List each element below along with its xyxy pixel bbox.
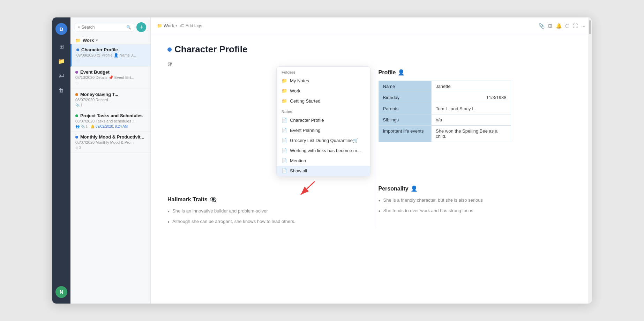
search-icon: 🔍 — [126, 25, 131, 30]
note-dot — [75, 71, 78, 74]
at-mention-area: @ — [167, 61, 575, 66]
sidebar-item-grid[interactable]: ⊞ — [55, 40, 67, 52]
list-item: She is an innovative builder and problem… — [167, 208, 364, 215]
table-cell-label: Siblings — [379, 114, 432, 126]
search-box[interactable]: ≡ 🔍 — [75, 23, 134, 31]
note-meta: 08/07/2020 Tasks and schedules ... — [75, 119, 145, 123]
dropdown-item-work[interactable]: 📁 Work — [277, 86, 370, 96]
scrollbar-thumb — [589, 20, 591, 34]
sidebar-item-folder[interactable]: 📁 — [55, 55, 67, 67]
note-title-text: Character Profile — [81, 47, 118, 52]
more-toolbar-icon[interactable]: ··· — [581, 23, 585, 29]
note-item-money-saving[interactable]: Money-Saving T... 08/07/2020 Record... 📎… — [70, 89, 150, 110]
bell-toolbar-icon[interactable]: 🔔 — [556, 23, 562, 29]
table-cell-label: Name — [379, 81, 432, 92]
table-row: Name Janette — [379, 81, 511, 92]
profile-heading: Profile 👤 — [379, 69, 575, 76]
note-item-project-tasks[interactable]: Project Tasks and Schedules 08/07/2020 T… — [70, 110, 150, 132]
hallmark-traits-list: She is an innovative builder and problem… — [167, 208, 364, 225]
dropdown-item-note-character-profile[interactable]: 📄 Character Profile — [277, 115, 370, 125]
personality-heading: Personality 👤 — [379, 185, 575, 192]
note-icon: 📄 — [282, 118, 287, 123]
table-cell-value: n/a — [432, 114, 511, 126]
dropdown-item-label: My Notes — [290, 78, 309, 83]
list-item: Although she can be arrogant, she knows … — [167, 218, 364, 225]
dropdown-item-label: Grocery List During Quarantine🛒 — [290, 138, 358, 143]
mention-dropdown: Folders 📁 My Notes 📁 Work 📁 Getting Star… — [276, 66, 370, 176]
hallmark-traits-section: Hallmark Traits 👁‍🗨 She is an innovative… — [167, 196, 364, 225]
note-title-main: Character Profile — [167, 44, 575, 55]
table-row: Birthday 11/3/1988 — [379, 92, 511, 103]
heart-icon: ♡ — [75, 81, 79, 86]
add-tags-button[interactable]: 🏷 Add tags — [180, 23, 202, 28]
note-item-event-budget[interactable]: Event Budget 08/13/2020 Details 📌 Event … — [70, 67, 150, 89]
dropdown-item-note-mention[interactable]: 📄 Mention — [277, 156, 370, 166]
search-input[interactable] — [81, 25, 125, 30]
breadcrumb-folder-icon: 📁 — [157, 23, 162, 28]
view-count: ⊞ 3 — [75, 146, 81, 150]
fullscreen-toolbar-icon[interactable]: ⛶ — [573, 23, 578, 29]
folder-icon: 📁 — [282, 78, 287, 83]
at-symbol: @ — [167, 61, 172, 66]
note-item-character-profile[interactable]: Character Profile 09/09/2020 @ Profile 👤… — [70, 44, 150, 67]
add-tags-label: Add tags — [186, 23, 202, 28]
note-title-text: Money-Saving T... — [80, 92, 118, 97]
dropdown-item-note-grocery[interactable]: 📄 Grocery List During Quarantine🛒 — [277, 135, 370, 145]
note-dot — [75, 136, 78, 139]
note-meta: 09/09/2020 @ Profile 👤 Name J... — [76, 53, 145, 58]
content-columns: Hallmark Traits 👁‍🗨 She is an innovative… — [167, 69, 575, 228]
table-cell-value: 11/3/1988 — [432, 92, 511, 103]
note-icon: 📄 — [282, 168, 287, 173]
folders-section-label: Folders — [277, 67, 370, 76]
dropdown-item-label: Mention — [290, 158, 306, 163]
folder-icon: 📁 — [75, 38, 81, 43]
table-row: Parents Tom L. and Stacy L. — [379, 103, 511, 114]
profile-label: Profile — [379, 69, 396, 76]
notesnook-icon[interactable]: N — [55, 286, 67, 298]
folder-label[interactable]: 📁 Work ▾ — [70, 35, 150, 44]
sidebar-item-trash[interactable]: 🗑 — [55, 84, 67, 96]
note-icon: 📄 — [282, 138, 287, 143]
reminder-text: 🔔 09/02/2020, 9:24 AM — [90, 125, 128, 128]
dropdown-item-note-event-planning[interactable]: 📄 Event Planning — [277, 125, 370, 135]
breadcrumb-folder-name[interactable]: Work — [164, 23, 174, 28]
tag-icon: 🏷 — [180, 23, 184, 28]
dropdown-item-show-all[interactable]: 📄 Show all — [277, 166, 370, 176]
share-toolbar-icon[interactable]: ⬡ — [565, 23, 569, 29]
dropdown-item-my-notes[interactable]: 📁 My Notes — [277, 76, 370, 86]
hallmark-traits-label: Hallmark Traits — [167, 196, 208, 203]
table-cell-label: Parents — [379, 103, 432, 114]
folder-name-label: Work — [83, 38, 94, 43]
hallmark-traits-icon: 👁‍🗨 — [210, 196, 217, 203]
breadcrumb: 📁 Work ▾ — [157, 23, 177, 28]
main-area: 📁 Work ▾ 🏷 Add tags 📎 ⊞ 🔔 ⬡ ⛶ ··· — [151, 17, 592, 304]
dropdown-item-label: Working with links has become m... — [290, 148, 361, 153]
notes-section-label: Notes — [277, 106, 370, 115]
personality-label: Personality — [379, 186, 409, 192]
note-icon: 📄 — [282, 148, 287, 153]
personality-icon: 👤 — [411, 185, 418, 192]
dropdown-scroll-area[interactable]: Folders 📁 My Notes 📁 Work 📁 Getting Star… — [277, 67, 370, 176]
scrollbar[interactable] — [588, 17, 592, 304]
layout-toolbar-icon[interactable]: ⊞ — [548, 23, 552, 29]
dropdown-item-getting-started[interactable]: 📁 Getting Started — [277, 96, 370, 106]
dropdown-item-note-working-links[interactable]: 📄 Working with links has become m... — [277, 145, 370, 156]
profile-table: Name Janette Birthday 11/3/1988 Parents … — [379, 81, 511, 142]
note-title-text: Event Budget — [80, 69, 110, 75]
attachment-icon: 👥 📎 1 — [75, 125, 88, 128]
dropdown-item-label: Show all — [290, 168, 307, 173]
note-item-monthly-mood[interactable]: Monthly Mood & Productivit... 08/07/2020… — [70, 132, 150, 153]
heart-icon: ♡ — [76, 59, 80, 64]
table-cell-value: She won the Spelling Bee as a child. — [432, 126, 511, 142]
user-avatar[interactable]: D — [55, 23, 67, 35]
note-dot — [76, 48, 79, 51]
app-window: D ⊞ 📁 🏷 🗑 N ≡ 🔍 + 📁 Work ▾ — [52, 17, 592, 304]
attachment-toolbar-icon[interactable]: 📎 — [539, 23, 545, 29]
attachment-icon: 📎 1 — [75, 103, 82, 107]
editor-area[interactable]: Character Profile @ Hallmark Traits 👁‍🗨 — [151, 34, 592, 304]
add-note-button[interactable]: + — [136, 22, 146, 32]
note-title-text: Project Tasks and Schedules — [80, 113, 143, 118]
table-cell-value: Janette — [432, 81, 511, 92]
sidebar-item-tags[interactable]: 🏷 — [55, 70, 67, 82]
right-column: Profile 👤 Name Janette Birthday 11/3/198… — [375, 69, 575, 228]
